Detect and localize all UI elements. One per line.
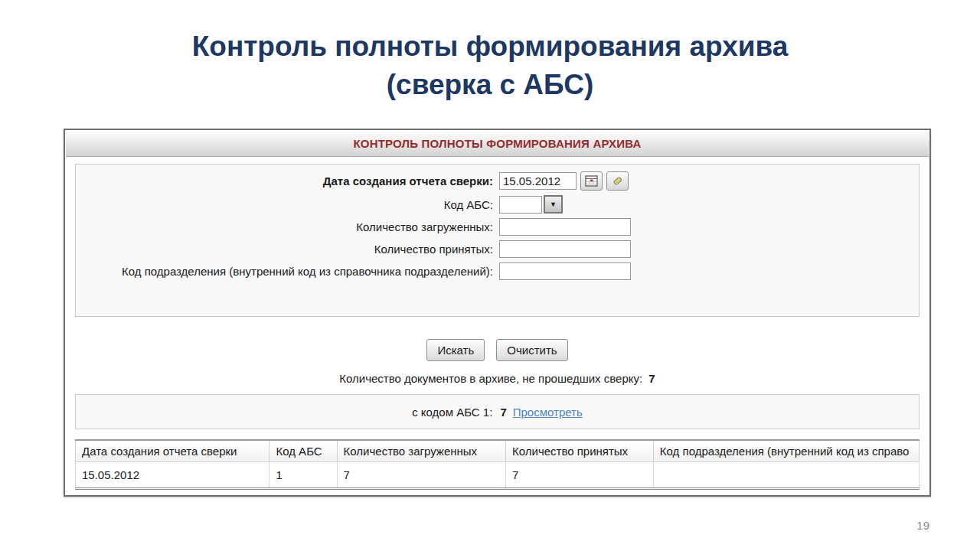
summary-text: Количество документов в архиве, не проше… xyxy=(339,372,642,385)
page-number: 19 xyxy=(916,519,929,532)
results-table-body: 15.05.2012 1 7 7 xyxy=(76,461,920,488)
header-cell-division: Код подразделения (внутренний код из спр… xyxy=(653,440,919,461)
cell-division xyxy=(653,461,919,488)
abs-code-select[interactable]: ▼ xyxy=(499,195,563,214)
clear-date-button[interactable] xyxy=(606,171,629,191)
header-cell-date: Дата создания отчета сверки xyxy=(76,440,270,461)
actions-row: Искать Очистить xyxy=(75,339,920,361)
abs-strip-count: 7 xyxy=(500,406,506,419)
results-table-head: Дата создания отчета сверки Код АБС Коли… xyxy=(76,440,920,461)
view-link[interactable]: Просмотреть xyxy=(513,406,583,419)
header-cell-abs-code: Код АБС xyxy=(270,440,337,461)
panel-header-title: КОНТРОЛЬ ПОЛНОТЫ ФОРМИРОВАНИЯ АРХИВА xyxy=(353,137,641,150)
app-panel: КОНТРОЛЬ ПОЛНОТЫ ФОРМИРОВАНИЯ АРХИВА Дат… xyxy=(64,129,931,497)
search-button[interactable]: Искать xyxy=(426,339,485,361)
clear-button[interactable]: Очистить xyxy=(496,339,567,361)
date-field-label: Дата создания отчета сверки: xyxy=(83,174,499,187)
cell-loaded: 7 xyxy=(337,461,505,488)
date-field[interactable] xyxy=(499,172,577,190)
search-form: Дата создания отчета сверки: xyxy=(75,164,920,317)
calendar-button[interactable] xyxy=(580,171,603,191)
accepted-count-label: Количество принятых: xyxy=(83,243,499,256)
slide: { "slide": { "title_line1": "Контроль по… xyxy=(0,0,980,551)
page-title-line-1: Контроль полноты формирования архива xyxy=(0,28,980,66)
abs-code-strip: с кодом АБС 1: 7 Просмотреть xyxy=(75,394,920,429)
accepted-count-field[interactable] xyxy=(499,240,631,258)
division-code-label: Код подразделения (внутренний код из спр… xyxy=(83,265,499,278)
results-table: Дата создания отчета сверки Код АБС Коли… xyxy=(75,439,920,490)
form-row-abs-code: Код АБС: ▼ xyxy=(83,195,911,214)
header-cell-loaded: Количество загруженных xyxy=(337,440,505,461)
cell-abs-code: 1 xyxy=(270,461,337,488)
chevron-down-icon[interactable]: ▼ xyxy=(544,195,563,214)
form-row-division-code: Код подразделения (внутренний код из спр… xyxy=(83,262,911,280)
abs-code-label: Код АБС: xyxy=(83,198,499,211)
loaded-count-field[interactable] xyxy=(499,218,631,236)
panel-body: Дата создания отчета сверки: xyxy=(66,157,929,490)
summary-count: 7 xyxy=(648,372,655,385)
form-row-loaded: Количество загруженных: xyxy=(83,218,911,236)
division-code-field[interactable] xyxy=(499,262,631,280)
header-row: Дата создания отчета сверки Код АБС Коли… xyxy=(76,440,920,461)
form-row-accepted: Количество принятых: xyxy=(83,240,911,258)
page-title: Контроль полноты формирования архива (св… xyxy=(0,28,980,104)
header-cell-accepted: Количество принятых xyxy=(506,440,654,461)
loaded-count-label: Количество загруженных: xyxy=(83,220,499,233)
panel-header: КОНТРОЛЬ ПОЛНОТЫ ФОРМИРОВАНИЯ АРХИВА xyxy=(66,131,929,157)
cell-accepted: 7 xyxy=(506,461,654,488)
calendar-icon xyxy=(585,175,598,187)
abs-code-select-value[interactable] xyxy=(499,196,542,214)
abs-strip-text: с кодом АБС 1: xyxy=(412,406,492,419)
eraser-icon xyxy=(612,176,624,187)
cell-date: 15.05.2012 xyxy=(76,461,270,488)
summary-line: Количество документов в архиве, не проше… xyxy=(75,372,920,385)
page-title-line-2: (сверка с АБС) xyxy=(0,66,980,104)
table-row: 15.05.2012 1 7 7 xyxy=(76,461,920,488)
form-row-date: Дата создания отчета сверки: xyxy=(83,171,911,191)
